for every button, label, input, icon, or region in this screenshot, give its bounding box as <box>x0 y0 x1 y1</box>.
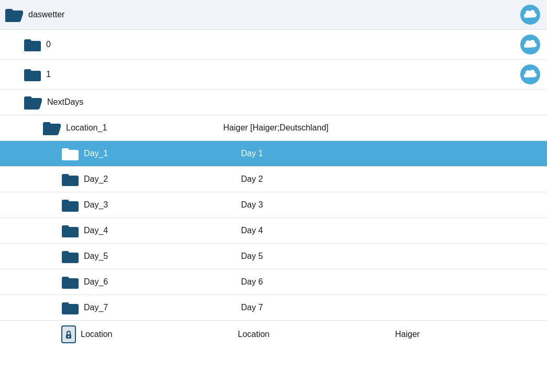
row-name: 0 <box>46 40 203 49</box>
row-value: Haiger [Haiger;Deutschland] <box>223 123 380 133</box>
folder-closed-icon <box>61 145 80 162</box>
row-value: Day 3 <box>241 200 398 210</box>
row-value2: Haiger <box>395 330 547 339</box>
folder-open-icon <box>42 119 62 136</box>
folder-closed-icon <box>61 171 80 188</box>
tree-row-location_1[interactable]: Location_1Haiger [Haiger;Deutschland] <box>0 115 547 140</box>
row-name: Day_5 <box>84 252 241 261</box>
tree-row-day_4[interactable]: Day_4Day 4 <box>0 218 547 243</box>
folder-closed-icon <box>61 274 80 290</box>
tree-row-nextdays[interactable]: NextDays <box>0 90 547 115</box>
tree-row-1[interactable]: 1 <box>0 60 547 89</box>
row-name: Day_1 <box>84 149 241 158</box>
cloud-icon <box>520 64 541 85</box>
folder-closed-icon <box>23 36 42 53</box>
folder-closed-icon <box>61 222 80 239</box>
row-name: daswetter <box>28 10 185 19</box>
tree-row-0[interactable]: 0 <box>0 30 547 59</box>
folder-open-icon <box>23 94 43 111</box>
row-value: Day 5 <box>241 252 398 261</box>
doc-lock-icon <box>61 325 76 344</box>
tree-row-day_5[interactable]: Day_5Day 5 <box>0 244 547 269</box>
row-name: Day_2 <box>84 175 241 184</box>
row-name: Day_7 <box>84 303 241 312</box>
tree-row-day_3[interactable]: Day_3Day 3 <box>0 192 547 217</box>
tree-container: daswetter 0 1 NextDays Location_1Haiger … <box>0 0 547 348</box>
row-value: Day 1 <box>241 149 398 158</box>
row-name: Day_3 <box>84 200 241 210</box>
tree-row-day_6[interactable]: Day_6Day 6 <box>0 269 547 295</box>
tree-row-location[interactable]: LocationLocationHaiger <box>0 321 547 348</box>
folder-closed-icon <box>61 299 80 316</box>
row-name: Day_4 <box>84 226 241 235</box>
folder-closed-icon <box>61 248 80 265</box>
row-value: Day 2 <box>241 175 398 184</box>
svg-point-6 <box>68 336 70 337</box>
row-name: Day_6 <box>84 277 241 287</box>
tree-row-day_2[interactable]: Day_2Day 2 <box>0 167 547 192</box>
tree-row-day_1[interactable]: Day_1Day 1 <box>0 141 547 166</box>
cloud-icon <box>520 34 541 55</box>
row-value: Day 6 <box>241 277 398 287</box>
row-value: Day 7 <box>241 303 398 312</box>
tree-row-day_7[interactable]: Day_7Day 7 <box>0 295 547 320</box>
cloud-icon <box>520 4 541 25</box>
tree-row-daswetter[interactable]: daswetter <box>0 0 547 29</box>
row-name: 1 <box>46 70 203 79</box>
folder-open-icon <box>4 6 24 23</box>
row-value: Location <box>238 330 395 339</box>
row-name: NextDays <box>47 97 204 107</box>
row-name: Location <box>81 330 238 339</box>
row-value: Day 4 <box>241 226 398 235</box>
row-name: Location_1 <box>66 123 223 133</box>
folder-closed-icon <box>23 66 42 83</box>
folder-closed-icon <box>61 197 80 213</box>
